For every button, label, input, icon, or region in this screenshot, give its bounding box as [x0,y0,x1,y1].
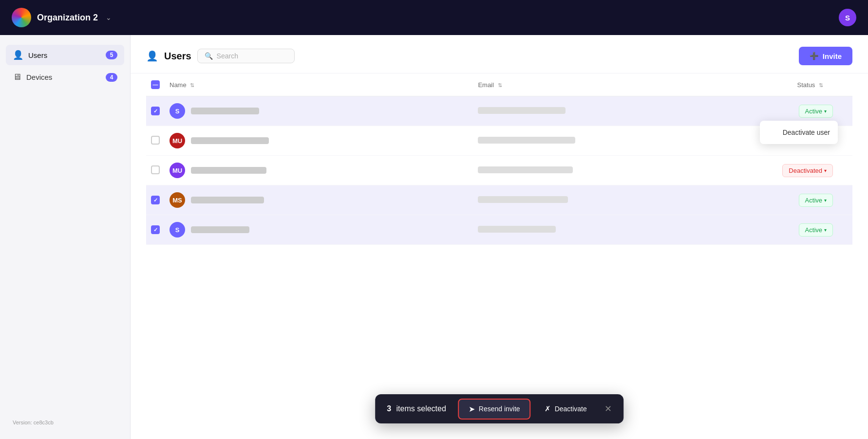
deactivate-icon: ✗ [545,404,551,413]
devices-badge: 4 [106,73,117,82]
table-row: MS Active ▾ [146,185,852,215]
devices-icon: 🖥 [13,72,21,82]
sidebar: 👤 Users 5 🖥 Devices 4 Version: ce8c3cb [0,35,131,439]
header-name[interactable]: Name ⇅ [165,73,473,96]
row1-user-cell: S [170,103,468,119]
row1-status-label: Active [805,108,822,115]
email-column-label: Email [478,81,494,89]
sidebar-label-devices: Devices [26,73,101,81]
row1-checkbox[interactable] [151,107,160,115]
users-page-icon: 👤 [146,50,158,62]
version-text: Version: ce8c3cb [6,416,124,429]
invite-label: Invite [823,52,842,60]
main-header: 👤 Users 🔍 Search ➕ Invite [131,35,868,73]
row4-email [478,196,568,203]
status-dropdown: Deactivate user [760,121,838,144]
row5-avatar: S [170,222,185,238]
row4-name-cell: MS [165,185,473,215]
table-body: S Active ▾ [146,96,852,245]
chevron-down-icon[interactable]: ⌄ [106,14,112,21]
users-table: Name ⇅ Email ⇅ Status ⇅ [146,73,852,245]
row2-user-cell: MU [170,133,468,148]
search-icon: 🔍 [205,52,213,60]
sidebar-item-users[interactable]: 👤 Users 5 [6,45,124,65]
sidebar-item-devices[interactable]: 🖥 Devices 4 [6,67,124,87]
row5-user-cell: S [170,222,468,238]
row1-name [191,108,259,114]
invite-button[interactable]: ➕ Invite [799,47,852,65]
row4-status-cell: Active ▾ [714,185,852,215]
deactivate-user-option[interactable]: Deactivate user [760,124,838,141]
row3-email-cell [473,156,714,185]
row5-checkbox[interactable] [151,225,160,234]
row2-name [191,137,269,144]
row4-user-cell: MS [170,192,468,208]
deactivate-button[interactable]: ✗ Deactivate [535,400,597,418]
row2-email [478,137,575,144]
navbar-left: Organization 2 ⌄ [12,8,112,27]
avatar[interactable]: S [839,9,856,26]
row4-status-label: Active [805,197,822,204]
row3-status-cell: Deactivated ▾ [714,156,852,185]
table-container: Name ⇅ Email ⇅ Status ⇅ [131,73,868,439]
select-all-checkbox[interactable] [151,80,160,89]
row1-check-cell [146,96,165,126]
row1-avatar: S [170,103,185,119]
close-icon: ✕ [604,404,612,414]
table-row: MU [146,126,852,156]
search-placeholder: Search [217,52,238,60]
row5-check-cell [146,215,165,245]
row3-name [191,167,266,174]
search-box[interactable]: 🔍 Search [197,49,295,63]
org-name[interactable]: Organization 2 [37,13,98,23]
sidebar-label-users: Users [28,51,101,59]
row2-check-cell [146,126,165,156]
page-title: Users [164,51,191,62]
invite-icon: ➕ [810,52,819,60]
main-content: 👤 Users 🔍 Search ➕ Invite [131,35,868,439]
resend-icon: ➤ [469,404,475,414]
row1-email [478,107,566,114]
row4-status-badge[interactable]: Active ▾ [799,194,833,207]
table-row: MU Deactivated ▾ [146,156,852,185]
users-icon: 👤 [13,50,23,60]
action-bar-close-button[interactable]: ✕ [601,403,616,414]
row3-check-cell [146,156,165,185]
header-email[interactable]: Email ⇅ [473,73,714,96]
row4-email-cell [473,185,714,215]
header-checkbox-cell [146,73,165,96]
header-status[interactable]: Status ⇅ [714,73,852,96]
row4-avatar: MS [170,192,185,208]
row1-email-cell [473,96,714,126]
row1-status-cell: Active ▾ Deactivate user [714,96,852,126]
table-header: Name ⇅ Email ⇅ Status ⇅ [146,73,852,96]
row5-email [478,226,556,233]
resend-invite-label: Resend invite [479,405,520,413]
row4-checkbox[interactable] [151,196,160,204]
status-sort-icon: ⇅ [819,82,823,88]
table-row: S Active ▾ [146,96,852,126]
row3-email [478,166,573,173]
row2-checkbox[interactable] [151,136,160,145]
users-badge: 5 [106,51,117,59]
email-sort-icon: ⇅ [498,82,502,88]
row3-status-label: Deactivated [789,167,822,174]
row3-checkbox[interactable] [151,165,160,174]
table-row: S Active ▾ [146,215,852,245]
row5-status-cell: Active ▾ [714,215,852,245]
row5-email-cell [473,215,714,245]
action-bar: 3 items selected ➤ Resend invite ✗ Deact… [375,394,623,423]
row1-status-badge[interactable]: Active ▾ [799,105,833,118]
selected-count: 3 [387,404,391,413]
row2-email-cell [473,126,714,156]
row3-user-cell: MU [170,163,468,178]
row4-status-chevron: ▾ [824,198,827,203]
deactivate-label: Deactivate [555,405,587,413]
row3-status-badge[interactable]: Deactivated ▾ [782,164,833,177]
title-area: 👤 Users 🔍 Search [146,49,295,63]
row2-avatar: MU [170,133,185,148]
row3-name-cell: MU [165,156,473,185]
sidebar-nav: 👤 Users 5 🖥 Devices 4 [6,45,124,87]
row5-status-badge[interactable]: Active ▾ [799,223,833,237]
resend-invite-button[interactable]: ➤ Resend invite [458,399,531,420]
